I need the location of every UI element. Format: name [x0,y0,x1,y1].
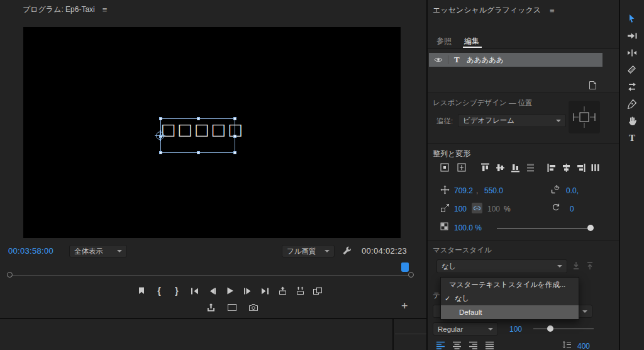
layer-row[interactable]: T あああああ [429,53,602,67]
selection-handle[interactable] [233,117,236,120]
anchor-point-icon[interactable] [551,184,560,194]
distribute-vertical-button[interactable] [525,162,536,172]
panel-menu-icon[interactable]: ≡ [550,6,555,14]
selection-handle[interactable] [159,151,162,154]
mark-in-button[interactable]: { [152,285,166,297]
distribute-horizontal-button[interactable] [589,162,601,172]
position-icon[interactable] [440,185,450,195]
track-select-forward-tool-button[interactable] [626,31,638,41]
type-tool-button[interactable]: T [626,133,638,143]
pin-diagram-icon [572,104,597,130]
new-layer-button[interactable] [589,81,597,90]
text-align-right-button[interactable] [468,341,479,350]
responsive-pin-widget[interactable] [569,101,600,133]
add-marker-button[interactable] [135,285,148,297]
align-right-button[interactable] [575,162,586,172]
position-y-value[interactable]: 550.0 [484,186,503,195]
extract-button[interactable] [293,285,307,297]
menu-item-none[interactable]: ✓ なし [441,291,579,305]
selection-handle[interactable] [159,117,162,120]
selection-tool-button[interactable] [626,14,638,24]
align-to-frame-v-button[interactable] [456,162,467,172]
panel-splitter[interactable] [0,318,426,319]
text-selection-box[interactable]: □□□□□ [160,118,235,153]
comparison-view-button[interactable] [311,285,325,297]
push-style-up-button[interactable] [586,261,594,270]
push-style-down-button[interactable] [572,261,580,270]
chevron-down-icon [117,250,122,252]
opacity-slider-handle[interactable] [587,225,594,231]
align-left-button[interactable] [546,162,557,172]
align-hcenter-button[interactable] [560,162,572,172]
scale-x-value[interactable]: 100 [454,205,467,213]
step-back-button[interactable] [205,285,219,297]
go-to-out-button[interactable] [258,285,272,297]
anchor-point-value[interactable]: 0.0, [566,186,579,195]
go-to-in-button[interactable] [187,285,201,297]
opacity-slider-track[interactable] [497,228,591,229]
tools-column: T [620,14,644,143]
playback-quality-dropdown[interactable]: フル画質 [282,245,335,257]
monitor-settings-button[interactable] [341,246,353,257]
font-size-value[interactable]: 100 [509,325,522,334]
font-size-slider-track[interactable] [533,329,594,329]
font-size-slider-handle[interactable] [547,325,553,332]
align-to-frame-h-button[interactable] [439,162,450,172]
panel-splitter-handle[interactable] [395,334,426,334]
tracking-icon[interactable] [562,341,572,349]
safe-margins-button[interactable] [225,301,239,313]
razor-tool-button[interactable] [626,65,638,75]
master-style-dropdown[interactable]: なし [436,259,567,273]
scrubber-end-knob[interactable] [408,272,414,278]
selection-handle[interactable] [197,151,200,154]
position-x-value[interactable]: 709.2 [454,186,473,195]
chain-link-icon [473,206,481,211]
tab-browse[interactable]: 参照 [436,36,452,47]
hand-tool-button[interactable] [626,116,638,126]
align-bottom-button[interactable] [509,162,521,172]
pen-tool-button[interactable] [626,99,638,109]
align-top-button[interactable] [479,162,491,172]
step-back-icon [208,287,216,295]
scale-link-toggle[interactable] [472,203,482,213]
rotation-icon[interactable] [551,203,560,212]
ripple-edit-tool-button[interactable] [626,48,638,58]
zoom-level-dropdown[interactable]: 全体表示 [69,245,127,257]
panel-splitter[interactable] [392,319,394,350]
scale-box-icon [440,203,450,213]
layer-visibility-toggle[interactable] [434,57,443,63]
opacity-icon[interactable] [440,222,448,230]
rotation-value[interactable]: 0 [570,205,574,213]
play-button[interactable] [223,285,236,297]
export-frame-share-button[interactable] [204,301,218,313]
step-forward-button[interactable] [240,285,254,297]
preview-text: □□□□□ [161,120,235,138]
follow-dropdown[interactable]: ビデオフレーム [458,114,566,127]
tab-edit[interactable]: 編集 [464,36,479,47]
font-style-dropdown[interactable]: Regular [433,322,498,336]
panel-menu-icon[interactable]: ≡ [103,6,108,14]
slip-tool-button[interactable] [626,82,638,92]
scrubber-track[interactable] [9,275,413,276]
tracking-value[interactable]: 400 [577,342,590,350]
anchor-point-handle[interactable] [156,132,164,140]
button-editor-plus[interactable]: + [401,300,408,312]
video-preview[interactable]: □□□□□ [23,27,401,238]
selection-handle[interactable] [233,151,236,154]
scale-icon[interactable] [440,203,450,213]
export-frame-button[interactable] [247,301,260,313]
mark-out-button[interactable]: } [170,285,184,297]
selection-handle[interactable] [233,135,236,138]
menu-item-create-master-style[interactable]: マスターテキストスタイルを作成... [441,278,579,291]
text-align-left-button[interactable] [435,341,446,350]
playhead[interactable] [401,262,409,272]
scrubber-start-knob[interactable] [7,272,13,278]
align-vcenter-button[interactable] [494,162,506,172]
menu-item-default[interactable]: Default [441,305,579,319]
selection-handle[interactable] [197,117,200,120]
text-align-center-button[interactable] [452,341,462,350]
opacity-value[interactable]: 100.0 % [454,223,482,232]
go-to-out-icon [260,287,270,295]
lift-button[interactable] [275,285,289,297]
text-justify-button[interactable] [484,341,495,350]
